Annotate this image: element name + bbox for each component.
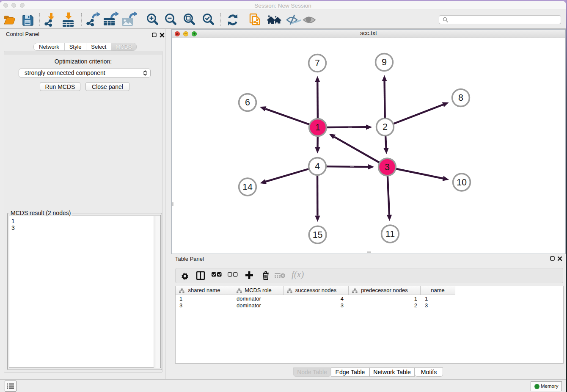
svg-text:1: 1 <box>315 122 320 133</box>
svg-text:2: 2 <box>383 122 388 132</box>
svg-text:14: 14 <box>242 182 253 192</box>
svg-text:8: 8 <box>458 93 463 103</box>
svg-text:11: 11 <box>385 229 395 239</box>
svg-text:3: 3 <box>385 162 390 172</box>
svg-text:10: 10 <box>457 177 467 188</box>
svg-text:15: 15 <box>313 230 323 240</box>
svg-text:9: 9 <box>382 57 387 67</box>
svg-text:7: 7 <box>315 58 320 68</box>
svg-text:6: 6 <box>245 97 250 108</box>
svg-text:4: 4 <box>315 161 320 171</box>
